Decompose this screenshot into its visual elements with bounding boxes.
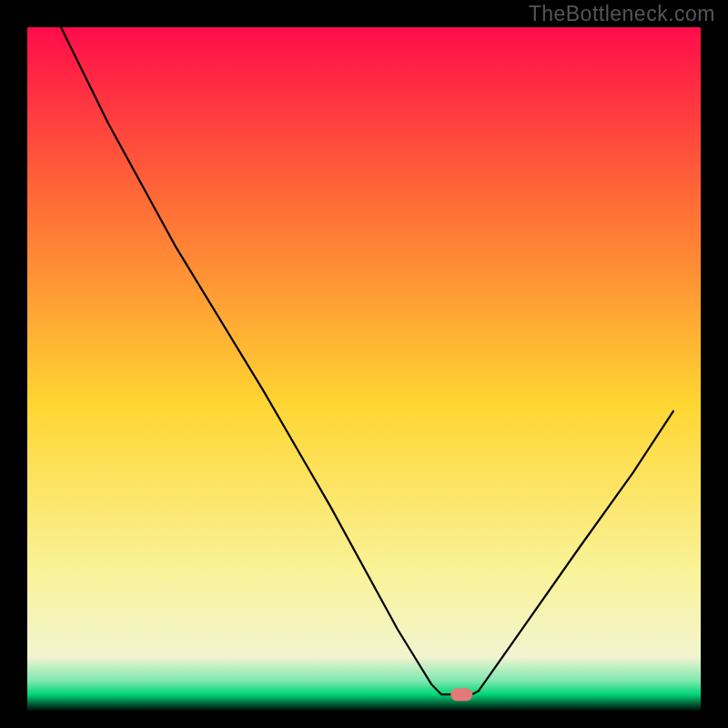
bottleneck-chart (0, 0, 728, 728)
plot-background (27, 27, 701, 712)
optimal-point-marker (450, 688, 472, 701)
watermark-label: TheBottleneck.com (529, 2, 715, 26)
chart-frame: TheBottleneck.com (0, 0, 728, 728)
